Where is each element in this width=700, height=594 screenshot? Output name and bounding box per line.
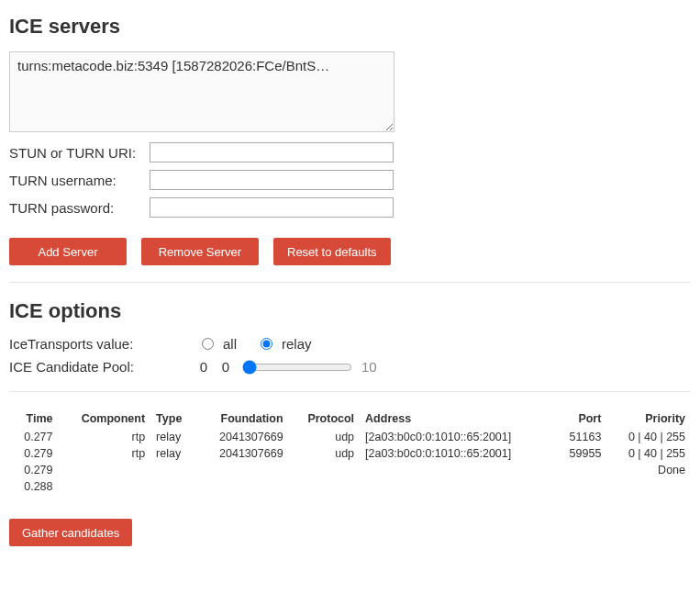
table-row: 0.279rtprelay2041307669udp[2a03:b0c0:0:1…: [9, 445, 691, 462]
cell-protocol: [289, 462, 360, 478]
cell-protocol: [289, 478, 360, 495]
cell-protocol: udp: [289, 429, 360, 445]
cell-time: 0.288: [9, 478, 58, 495]
radio-relay[interactable]: [261, 338, 272, 350]
gather-candidates-button[interactable]: Gather candidates: [9, 519, 132, 546]
ice-transports-label: IceTransports value:: [9, 336, 202, 352]
divider: [9, 282, 691, 283]
cell-address: [360, 462, 554, 478]
cell-port: 51163: [554, 429, 607, 445]
cell-type: [150, 478, 196, 495]
ice-servers-heading: ICE servers: [9, 15, 691, 39]
cell-foundation: [196, 478, 289, 495]
stun-uri-label: STUN or TURN URI:: [9, 145, 150, 161]
pool-value: 0: [215, 359, 237, 375]
th-type: Type: [150, 409, 196, 429]
cell-type: relay: [150, 429, 196, 445]
ice-options-heading: ICE options: [9, 299, 691, 323]
ice-pool-label: ICE Candidate Pool:: [9, 359, 193, 375]
remove-server-button[interactable]: Remove Server: [141, 238, 259, 265]
reset-defaults-button[interactable]: Reset to defaults: [273, 238, 391, 265]
cell-component: rtp: [58, 445, 150, 462]
th-port: Port: [554, 409, 607, 429]
cell-time: 0.277: [9, 429, 58, 445]
radio-all-label: all: [223, 336, 237, 352]
stun-uri-input[interactable]: [150, 142, 394, 163]
cell-type: relay: [150, 445, 196, 462]
turn-username-label: TURN username:: [9, 173, 150, 188]
pool-high: 10: [361, 359, 377, 375]
cell-priority: 0 | 40 | 255: [606, 429, 691, 445]
divider: [9, 391, 691, 392]
th-address: Address: [360, 409, 554, 429]
cell-priority: [606, 478, 691, 495]
table-row: 0.288: [9, 478, 691, 495]
ice-servers-textarea[interactable]: [9, 51, 394, 132]
cell-time: 0.279: [9, 462, 58, 478]
cell-port: [554, 462, 607, 478]
radio-all[interactable]: [202, 338, 214, 350]
cell-type: [150, 462, 196, 478]
cell-foundation: 2041307669: [196, 429, 289, 445]
radio-relay-label: relay: [282, 336, 312, 352]
cell-component: [58, 478, 150, 495]
cell-foundation: 2041307669: [196, 445, 289, 462]
table-row: 0.279Done: [9, 462, 691, 478]
candidates-table: Time Component Type Foundation Protocol …: [9, 409, 691, 495]
th-protocol: Protocol: [289, 409, 360, 429]
cell-component: [58, 462, 150, 478]
cell-priority: 0 | 40 | 255: [606, 445, 691, 462]
cell-foundation: [196, 462, 289, 478]
th-priority: Priority: [606, 409, 691, 429]
turn-username-input[interactable]: [150, 170, 394, 190]
cell-address: [2a03:b0c0:0:1010::65:2001]: [360, 429, 554, 445]
cell-time: 0.279: [9, 445, 58, 462]
cell-priority: Done: [606, 462, 691, 478]
cell-address: [360, 478, 554, 495]
th-foundation: Foundation: [196, 409, 289, 429]
add-server-button[interactable]: Add Server: [9, 238, 127, 265]
cell-component: rtp: [58, 429, 150, 445]
table-row: 0.277rtprelay2041307669udp[2a03:b0c0:0:1…: [9, 429, 691, 445]
pool-low: 0: [193, 359, 215, 375]
pool-slider[interactable]: [242, 360, 352, 375]
cell-port: [554, 478, 607, 495]
cell-address: [2a03:b0c0:0:1010::65:2001]: [360, 445, 554, 462]
cell-protocol: udp: [289, 445, 360, 462]
th-component: Component: [58, 409, 150, 429]
turn-password-input[interactable]: [150, 197, 394, 218]
turn-password-label: TURN password:: [9, 200, 150, 216]
cell-port: 59955: [554, 445, 607, 462]
th-time: Time: [9, 409, 58, 429]
